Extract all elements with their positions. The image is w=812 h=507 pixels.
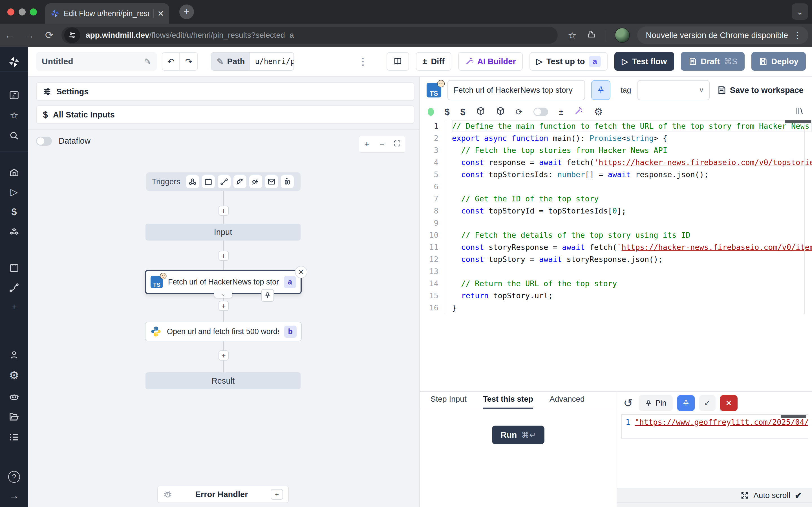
sidebar-item-variables[interactable]: $: [0, 207, 28, 216]
chrome-update-button[interactable]: Nouvelle version de Chrome disponible ⋮: [637, 26, 808, 44]
flow-result-node[interactable]: Result: [146, 372, 301, 389]
tab-advanced[interactable]: Advanced: [550, 395, 585, 407]
code-editor[interactable]: 12345678910111213141516 // Define the ma…: [420, 120, 812, 391]
ai-builder-button[interactable]: AI Builder: [458, 52, 523, 71]
forward-icon[interactable]: →: [20, 29, 40, 41]
path-chip[interactable]: ✎Path u/henri/pin: [211, 52, 294, 71]
windmill-logo[interactable]: [0, 56, 28, 69]
node-a-close-button[interactable]: ✕: [295, 266, 307, 278]
flow-settings-bar[interactable]: Settings: [36, 82, 414, 101]
all-static-inputs-bar[interactable]: $ All Static Inputs: [36, 105, 414, 124]
websocket-trigger-icon[interactable]: [234, 175, 246, 188]
add-step-button[interactable]: +: [218, 206, 229, 216]
sidebar-item-logs[interactable]: [0, 432, 28, 443]
step-pin-button[interactable]: [591, 80, 610, 100]
triggers-node[interactable]: Triggers: [146, 172, 301, 191]
zoom-out-button[interactable]: −: [374, 139, 390, 149]
reload-icon[interactable]: ⟳: [516, 107, 523, 117]
error-handler-add-button[interactable]: +: [271, 489, 283, 500]
node-a-pin-badge[interactable]: [261, 289, 274, 302]
flow-input-node[interactable]: Input: [146, 224, 301, 240]
sidebar-item-apps[interactable]: [0, 90, 28, 101]
variables-icon[interactable]: $: [445, 107, 450, 117]
test-flow-button[interactable]: ▷ Test flow: [614, 52, 674, 71]
step-name-input[interactable]: [448, 80, 585, 100]
sidebar-item-home[interactable]: [0, 167, 28, 177]
code-line[interactable]: const topStory = await storyResponse.jso…: [452, 253, 812, 265]
add-step-button[interactable]: +: [218, 301, 229, 311]
traffic-minimize-button[interactable]: [18, 8, 26, 15]
chrome-menu-icon[interactable]: ⋮: [793, 31, 802, 40]
code-line[interactable]: [452, 217, 812, 229]
code-line[interactable]: // Fetch the details of the top story us…: [452, 229, 812, 241]
more-options-icon[interactable]: ⋮: [358, 56, 368, 67]
path-label-segment[interactable]: ✎Path: [211, 53, 250, 70]
tag-select[interactable]: ∨: [638, 80, 710, 100]
url-bar[interactable]: app.windmill.dev/flows/edit/u/henri/pin_…: [61, 27, 558, 44]
tab-step-input[interactable]: Step Input: [430, 395, 467, 407]
package-icon[interactable]: [496, 107, 505, 117]
test-up-to-button[interactable]: ▷ Test up to a: [529, 52, 608, 71]
code-line[interactable]: const topStoryId = topStoriesIds[0];: [452, 205, 812, 217]
code-line[interactable]: const storyResponse = await fetch(`https…: [452, 241, 812, 253]
code-lines[interactable]: // Define the main function to fetch the…: [445, 120, 812, 314]
sidebar-item-favorites[interactable]: ☆: [0, 110, 28, 120]
profile-avatar[interactable]: [615, 27, 630, 43]
run-button[interactable]: Run ⌘↵: [492, 426, 545, 444]
add-step-button[interactable]: +: [218, 251, 229, 261]
browser-tab[interactable]: Edit Flow u/henri/pin_results ✕: [45, 3, 169, 24]
error-handler-node[interactable]: Error Handler +: [157, 486, 289, 503]
sidebar-item-runs[interactable]: ▷: [0, 187, 28, 196]
package-icon[interactable]: [476, 107, 485, 117]
pin-button[interactable]: Pin: [639, 395, 673, 411]
expand-icon[interactable]: [741, 491, 749, 500]
code-line[interactable]: // Get the ID of the top story: [452, 193, 812, 205]
tab-test-this-step[interactable]: Test this step: [483, 395, 533, 409]
code-line[interactable]: [452, 180, 812, 193]
editor-settings-icon[interactable]: ⚙: [594, 106, 603, 118]
traffic-fullscreen-button[interactable]: [30, 8, 37, 15]
code-line[interactable]: // Return the URL of the top story: [452, 277, 812, 290]
zoom-in-button[interactable]: +: [359, 139, 374, 149]
code-line[interactable]: export async function main(): Promise<st…: [452, 132, 812, 144]
draft-button[interactable]: Draft ⌘S: [681, 52, 745, 71]
flow-node-b[interactable]: Open url and fetch first 500 words of ..…: [145, 322, 302, 341]
fit-view-button[interactable]: [390, 139, 405, 149]
code-line[interactable]: }: [452, 302, 812, 314]
static-inputs-icon[interactable]: $: [460, 107, 465, 117]
editor-toggle[interactable]: [534, 108, 548, 116]
path-value[interactable]: u/henri/pin: [250, 53, 294, 70]
sidebar-item-routes[interactable]: [0, 282, 28, 293]
sidebar-item-schedules[interactable]: [0, 262, 28, 273]
bookmark-star-icon[interactable]: ☆: [568, 30, 576, 41]
redo-button[interactable]: ↷: [180, 53, 197, 70]
pinned-data-editor[interactable]: 1 "https://www.geoffreylitt.com/2025/04/…: [621, 414, 808, 439]
ai-assist-icon[interactable]: [574, 107, 583, 117]
horizontal-scrollbar[interactable]: [781, 415, 806, 418]
edit-title-icon[interactable]: ✎: [144, 57, 151, 66]
auto-scroll-label[interactable]: Auto scroll: [753, 491, 790, 500]
undo-button[interactable]: ↶: [162, 53, 180, 70]
save-to-workspace-button[interactable]: Save to workspace: [717, 86, 804, 95]
accept-button[interactable]: ✓: [699, 395, 716, 411]
horizontal-scrollbar[interactable]: [785, 120, 811, 123]
code-line[interactable]: // Fetch the top stories from Hacker New…: [452, 144, 812, 156]
add-step-button[interactable]: +: [218, 350, 229, 360]
code-line[interactable]: const topStoriesIds: number[] = await re…: [452, 168, 812, 180]
tab-search-button[interactable]: ⌄: [792, 3, 808, 20]
new-tab-button[interactable]: +: [179, 4, 194, 19]
sidebar-item-add[interactable]: +: [0, 302, 28, 312]
traffic-close-button[interactable]: [7, 8, 14, 15]
flow-title-box[interactable]: Untitled ✎: [36, 52, 157, 71]
http-route-trigger-icon[interactable]: [218, 175, 231, 188]
sidebar-item-folders[interactable]: [0, 411, 28, 422]
back-icon[interactable]: ←: [0, 29, 20, 41]
kafka-trigger-icon[interactable]: [249, 175, 262, 188]
email-trigger-icon[interactable]: [265, 175, 278, 188]
watch-trigger-icon[interactable]: [281, 175, 294, 188]
sidebar-item-users[interactable]: [0, 349, 28, 360]
site-settings-icon[interactable]: [64, 27, 80, 43]
code-line[interactable]: const response = await fetch('https://ha…: [452, 156, 812, 168]
url-text[interactable]: app.windmill.dev/flows/edit/u/henri/pin_…: [86, 31, 294, 40]
code-line[interactable]: // Define the main function to fetch the…: [452, 120, 812, 132]
